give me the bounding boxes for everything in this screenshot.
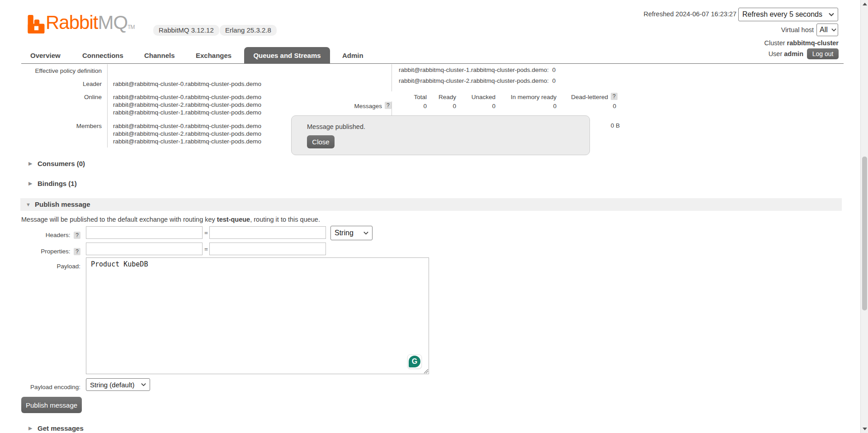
section-get-messages[interactable]: ▶ Get messages xyxy=(28,424,84,432)
refreshed-timestamp: Refreshed 2024-06-07 16:23:27 xyxy=(601,10,736,18)
publish-description: Message will be published to the default… xyxy=(21,216,320,223)
detail-label-members: Members xyxy=(9,122,102,130)
chevron-down-icon xyxy=(829,13,834,16)
header-type-select[interactable]: String xyxy=(330,226,373,240)
section-bindings-title: Bindings (1) xyxy=(38,180,77,187)
node-count-row: rabbit@rabbitmq-cluster-1.rabbitmq-clust… xyxy=(399,66,556,74)
logout-button[interactable]: Log out xyxy=(807,48,839,59)
section-consumers[interactable]: ▶ Consumers (0) xyxy=(28,160,85,167)
col-header-dead-lettered: Dead-lettered xyxy=(554,93,608,101)
scroll-up-arrow-icon[interactable] xyxy=(863,3,867,5)
tab-connections[interactable]: Connections xyxy=(82,52,123,59)
member-node: rabbit@rabbitmq-cluster-2.rabbitmq-clust… xyxy=(113,130,261,138)
headers-value-input[interactable] xyxy=(209,226,326,239)
cluster-label: Cluster xyxy=(764,39,785,47)
brand-secondary: MQ xyxy=(98,12,127,33)
payload-label: Payload: xyxy=(9,262,80,270)
vertical-scrollbar[interactable] xyxy=(860,0,868,433)
publish-section-bar xyxy=(20,198,842,211)
properties-label: Properties: xyxy=(41,248,70,255)
section-bindings[interactable]: ▶ Bindings (1) xyxy=(28,180,77,187)
headers-key-input[interactable] xyxy=(86,226,203,239)
node-name: rabbit@rabbitmq-cluster-1.rabbitmq-clust… xyxy=(399,67,549,73)
section-consumers-title: Consumers (0) xyxy=(38,160,85,167)
triangle-right-icon: ▶ xyxy=(28,161,34,167)
member-node: rabbit@rabbitmq-cluster-0.rabbitmq-clust… xyxy=(113,122,261,130)
online-node: rabbit@rabbitmq-cluster-2.rabbitmq-clust… xyxy=(113,101,261,109)
help-icon[interactable]: ? xyxy=(611,93,618,100)
messages-dead-lettered-value: 0 xyxy=(571,102,616,110)
tabs-divider xyxy=(21,63,844,64)
tab-queues-and-streams-label: Queues and Streams xyxy=(253,52,321,59)
properties-value-input[interactable] xyxy=(209,243,326,255)
refresh-interval-select[interactable]: Refresh every 5 seconds xyxy=(738,8,838,21)
tab-overview[interactable]: Overview xyxy=(30,52,61,59)
section-publish-title: Publish message xyxy=(35,200,90,208)
messages-ready-value: 0 xyxy=(411,102,456,110)
grammarly-icon[interactable]: G xyxy=(407,354,422,369)
scroll-down-arrow-icon[interactable] xyxy=(863,428,867,430)
triangle-right-icon: ▶ xyxy=(28,181,34,186)
chevron-down-icon xyxy=(363,231,368,235)
cluster-name: rabbitmq-cluster xyxy=(787,39,839,47)
payload-encoding-select[interactable]: String (default) xyxy=(86,378,150,391)
rabbitmq-logo-icon xyxy=(28,15,45,33)
tab-admin[interactable]: Admin xyxy=(342,52,363,59)
user-label: User xyxy=(769,50,783,57)
user-name: admin xyxy=(784,50,803,57)
chevron-down-icon xyxy=(141,383,146,386)
cluster-indicator: Cluster rabbitmq-cluster xyxy=(658,39,839,47)
detail-label-effective-policy: Effective policy definition xyxy=(9,67,102,75)
trademark: TM xyxy=(127,24,134,30)
node-count-row: rabbit@rabbitmq-cluster-2.rabbitmq-clust… xyxy=(399,77,556,85)
user-indicator: User admin xyxy=(713,50,803,57)
message-published-popup: Message published. Close xyxy=(291,115,590,155)
tab-exchanges[interactable]: Exchanges xyxy=(196,52,231,59)
messages-table-divider xyxy=(392,64,392,91)
erlang-version-badge: Erlang 25.3.2.8 xyxy=(220,25,277,36)
col-header-in-memory-ready: In memory ready xyxy=(493,93,557,101)
routing-key: test-queue xyxy=(217,216,250,223)
detail-label-online: Online xyxy=(9,93,102,101)
section-get-messages-title: Get messages xyxy=(38,424,84,432)
leader-node: rabbit@rabbitmq-cluster-0.rabbitmq-clust… xyxy=(113,80,261,88)
details-divider xyxy=(107,64,108,148)
close-button[interactable]: Close xyxy=(307,135,335,148)
tab-queues-and-streams[interactable]: Queues and Streams xyxy=(244,47,330,64)
popup-text: Message published. xyxy=(307,123,365,130)
section-publish-message[interactable]: ▼ Publish message xyxy=(26,200,90,208)
triangle-right-icon: ▶ xyxy=(28,425,34,431)
payload-encoding-value: String (default) xyxy=(90,381,134,389)
help-icon[interactable]: ? xyxy=(74,232,80,239)
virtual-host-select[interactable]: All xyxy=(816,24,838,36)
properties-key-input[interactable] xyxy=(86,243,203,255)
payload-encoding-label: Payload encoding: xyxy=(9,383,80,391)
member-node: rabbit@rabbitmq-cluster-1.rabbitmq-clust… xyxy=(113,138,261,145)
col-header-ready: Ready xyxy=(411,93,456,101)
textarea-resize-handle[interactable] xyxy=(423,368,429,374)
messages-unacked-value: 0 xyxy=(450,102,495,110)
brand-primary: Rabbit xyxy=(46,12,98,33)
triangle-down-icon: ▼ xyxy=(26,202,31,207)
tab-channels[interactable]: Channels xyxy=(144,52,175,59)
scrollbar-thumb[interactable] xyxy=(862,157,867,310)
brand-logo: RabbitMQTM xyxy=(46,13,134,37)
headers-label-cell: Headers: ? xyxy=(9,231,80,239)
description-suffix: , routing it to this queue. xyxy=(250,216,320,223)
rabbitmq-version-badge: RabbitMQ 3.12.12 xyxy=(153,25,219,36)
rabbitmq-management-page: RabbitMQTM RabbitMQ 3.12.12 Erlang 25.3.… xyxy=(0,0,868,433)
grammarly-g-glyph: G xyxy=(409,356,420,367)
node-count-value: 0 xyxy=(552,67,556,73)
messages-in-memory-value: 0 xyxy=(511,102,557,110)
payload-textarea[interactable]: Product KubeDB xyxy=(86,257,429,374)
online-node: rabbit@rabbitmq-cluster-1.rabbitmq-clust… xyxy=(113,109,261,116)
headers-label: Headers: xyxy=(46,232,71,238)
chevron-down-icon xyxy=(831,28,836,32)
virtual-host-label: Virtual host xyxy=(723,26,814,33)
properties-label-cell: Properties: ? xyxy=(9,247,80,255)
publish-message-button[interactable]: Publish message xyxy=(21,397,82,413)
help-icon[interactable]: ? xyxy=(74,248,80,255)
messages-row-label: Messages xyxy=(337,102,382,110)
equals-sign: = xyxy=(204,229,208,237)
detail-label-leader: Leader xyxy=(9,80,102,88)
